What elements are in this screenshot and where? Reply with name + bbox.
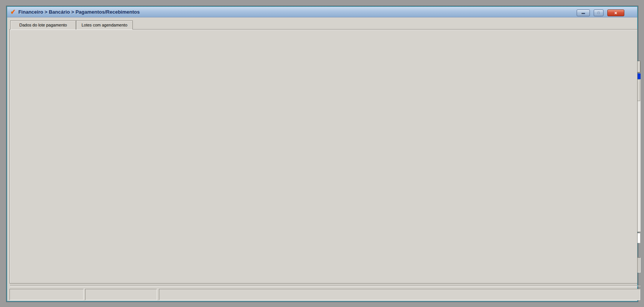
window-title: Financeiro > Bancário > Pagamentos/Receb… <box>18 9 140 15</box>
maximize-icon: □ <box>597 11 599 15</box>
tab-dados-do-lote-pagamento[interactable]: Dados do lote pagamento <box>10 20 76 30</box>
close-icon: ✕ <box>614 11 617 15</box>
close-button[interactable]: ✕ <box>607 9 624 16</box>
status-panel-1 <box>9 289 84 300</box>
minimize-button[interactable]: ▬ <box>577 9 590 16</box>
window-controls: ▬ □ ✕ <box>577 9 624 16</box>
status-panel-2 <box>85 289 157 300</box>
tab-page-panel <box>9 29 638 284</box>
maximize-button[interactable]: □ <box>594 9 604 16</box>
application-window: ✔ Financeiro > Bancário > Pagamentos/Rec… <box>6 6 638 302</box>
tab-lotes-com-agendamento[interactable]: Lotes com agendamento <box>76 20 133 30</box>
app-logo-check-icon: ✔ <box>11 8 16 15</box>
status-panel-3 <box>159 289 640 300</box>
status-bar-divider <box>10 285 641 286</box>
minimize-icon: ▬ <box>582 11 585 15</box>
tab-label: Dados do lote pagamento <box>19 23 67 27</box>
tab-label: Lotes com agendamento <box>81 23 127 27</box>
title-bar: ✔ Financeiro > Bancário > Pagamentos/Rec… <box>7 7 637 17</box>
